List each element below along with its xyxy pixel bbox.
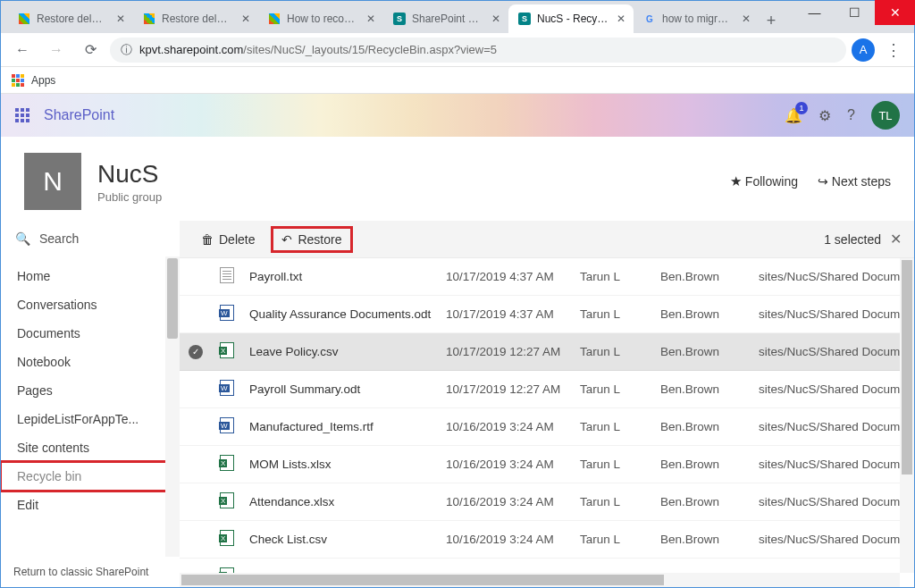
favicon-icon	[142, 12, 156, 26]
deleted-date: 10/16/2019 3:24 AM	[439, 446, 573, 483]
command-bar: 🗑 Delete ↶ Restore 1 selected ✕	[180, 221, 914, 258]
original-location: sites/NucS/Shared Docum	[751, 296, 914, 333]
table-row[interactable]: MOM Lists.xlsx10/16/2019 3:24 AMTarun LB…	[180, 446, 914, 483]
browser-tab[interactable]: Ghow to migrate s✕	[634, 4, 759, 33]
nav-item[interactable]: Edit	[1, 491, 180, 519]
browser-tab[interactable]: SNucS - Recycle b✕	[508, 4, 634, 33]
help-icon[interactable]: ?	[847, 107, 855, 123]
site-logo-tile[interactable]: N	[24, 153, 81, 210]
search-icon: 🔍	[15, 231, 30, 246]
next-steps-button[interactable]: ↪ Next steps	[818, 174, 891, 189]
selection-count: 1 selected	[824, 232, 881, 247]
browser-profile-avatar[interactable]: A	[852, 38, 875, 62]
apps-icon[interactable]	[12, 74, 24, 87]
table-row[interactable]: Check List.csv10/16/2019 3:24 AMTarun LB…	[180, 521, 914, 559]
table-row[interactable]: Payroll.txt10/17/2019 4:37 AMTarun LBen.…	[180, 258, 914, 296]
window-minimize-button[interactable]: —	[794, 0, 835, 25]
recycle-bin-table: Payroll.txt10/17/2019 4:37 AMTarun LBen.…	[180, 258, 914, 587]
user-avatar[interactable]: TL	[871, 101, 900, 130]
deleted-date: 10/17/2019 12:27 AM	[439, 333, 573, 371]
vertical-scrollbar[interactable]	[900, 258, 914, 573]
browser-menu-button[interactable]: ⋮	[880, 40, 907, 60]
site-header: N NucS Public group ★ Following ↪ Next s…	[1, 137, 914, 221]
site-info-icon[interactable]: ⓘ	[121, 42, 132, 58]
browser-tab[interactable]: Restore deleted i✕	[133, 4, 258, 33]
settings-gear-icon[interactable]: ⚙	[818, 107, 831, 124]
original-location: sites/NucS/Shared Docum	[751, 333, 914, 371]
nav-item[interactable]: Notebook	[1, 348, 180, 376]
horizontal-scrollbar[interactable]	[180, 573, 900, 587]
file-name[interactable]: Manufactured_Items.rtf	[242, 408, 439, 446]
file-type-icon	[220, 342, 234, 358]
deleted-by: Tarun L	[573, 408, 653, 446]
deleted-date: 10/16/2019 3:24 AM	[439, 483, 573, 521]
url-path: /sites/NucS/_layouts/15/RecycleBin.aspx?…	[243, 43, 497, 56]
browser-tab[interactable]: How to recover n✕	[258, 4, 383, 33]
delete-button[interactable]: 🗑 Delete	[192, 228, 264, 251]
created-by: Ben.Brown	[653, 296, 751, 333]
original-location: sites/NucS/Shared Docum	[751, 258, 914, 296]
new-tab-button[interactable]: +	[759, 8, 784, 33]
tab-title: how to migrate s	[662, 13, 734, 25]
tab-close-icon[interactable]: ✕	[364, 13, 378, 25]
table-row[interactable]: Payroll Summary.odt10/17/2019 12:27 AMTa…	[180, 371, 914, 408]
nav-item[interactable]: Site contents	[1, 433, 180, 462]
suite-brand[interactable]: SharePoint	[44, 107, 114, 123]
deleted-by: Tarun L	[573, 258, 653, 296]
tab-close-icon[interactable]: ✕	[614, 13, 628, 25]
file-name[interactable]: Payroll.txt	[242, 258, 439, 296]
deleted-by: Tarun L	[573, 333, 653, 371]
tab-title: SharePoint admin	[412, 13, 483, 25]
favicon-icon	[17, 12, 31, 26]
back-button[interactable]: ←	[8, 36, 37, 64]
file-name[interactable]: MOM Lists.xlsx	[242, 446, 439, 483]
nav-item[interactable]: Home	[1, 262, 180, 290]
deleted-date: 10/16/2019 3:24 AM	[439, 521, 573, 559]
notifications-button[interactable]: 🔔 1	[785, 107, 802, 124]
nav-item[interactable]: Documents	[1, 319, 180, 348]
created-by: Ben.Brown	[653, 371, 751, 408]
file-name[interactable]: Quality Assurance Documents.odt	[242, 296, 439, 333]
nav-item[interactable]: Pages	[1, 376, 180, 405]
search-label: Search	[39, 231, 79, 246]
table-row[interactable]: ✓Leave Policy.csv10/17/2019 12:27 AMTaru…	[180, 333, 914, 371]
table-row[interactable]: Attendance.xlsx10/16/2019 3:24 AMTarun L…	[180, 483, 914, 521]
original-location: sites/NucS/Shared Docum	[751, 521, 914, 559]
app-launcher-icon[interactable]	[15, 108, 29, 122]
window-maximize-button[interactable]: ☐	[835, 0, 875, 25]
tab-close-icon[interactable]: ✕	[739, 13, 753, 25]
file-name[interactable]: Payroll Summary.odt	[242, 371, 439, 408]
url-domain: kpvt.sharepoint.com	[139, 43, 243, 56]
nav-scrollbar[interactable]	[165, 256, 180, 557]
restore-button[interactable]: ↶ Restore	[273, 228, 350, 251]
nav-item[interactable]: Recycle bin	[1, 462, 180, 491]
file-name[interactable]: Leave Policy.csv	[242, 333, 439, 371]
apps-label[interactable]: Apps	[31, 74, 55, 87]
address-bar[interactable]: ⓘ kpvt.sharepoint.com/sites/NucS/_layout…	[110, 38, 846, 63]
file-name[interactable]: Check List.csv	[242, 521, 439, 559]
browser-tab[interactable]: Restore deleted s✕	[8, 4, 133, 33]
table-row[interactable]: Manufactured_Items.rtf10/16/2019 3:24 AM…	[180, 408, 914, 446]
file-name[interactable]: Attendance.xlsx	[242, 483, 439, 521]
tab-close-icon[interactable]: ✕	[239, 13, 253, 25]
deleted-date: 10/17/2019 4:37 AM	[439, 296, 573, 333]
window-close-button[interactable]: ✕	[875, 0, 915, 25]
table-row[interactable]: Quality Assurance Documents.odt10/17/201…	[180, 296, 914, 333]
reload-button[interactable]: ⟳	[76, 36, 105, 64]
search-box[interactable]: 🔍 Search	[1, 221, 180, 256]
following-button[interactable]: ★ Following	[730, 173, 798, 189]
tab-close-icon[interactable]: ✕	[489, 13, 503, 25]
forward-button[interactable]: →	[42, 36, 71, 64]
site-title[interactable]: NucS	[97, 160, 162, 189]
return-classic-link[interactable]: Return to classic SharePoint	[1, 557, 180, 587]
file-type-icon	[220, 492, 234, 508]
row-selected-check-icon[interactable]: ✓	[189, 345, 203, 359]
nav-item[interactable]: Conversations	[1, 290, 180, 319]
tab-close-icon[interactable]: ✕	[113, 13, 128, 25]
clear-selection-button[interactable]: ✕	[890, 231, 902, 248]
bookmarks-bar: Apps	[1, 67, 914, 94]
browser-tab[interactable]: SSharePoint admin✕	[383, 4, 508, 33]
deleted-by: Tarun L	[573, 483, 653, 521]
left-nav: HomeConversationsDocumentsNotebookPagesL…	[1, 256, 180, 525]
nav-item[interactable]: LepideListForAppTe...	[1, 405, 180, 433]
